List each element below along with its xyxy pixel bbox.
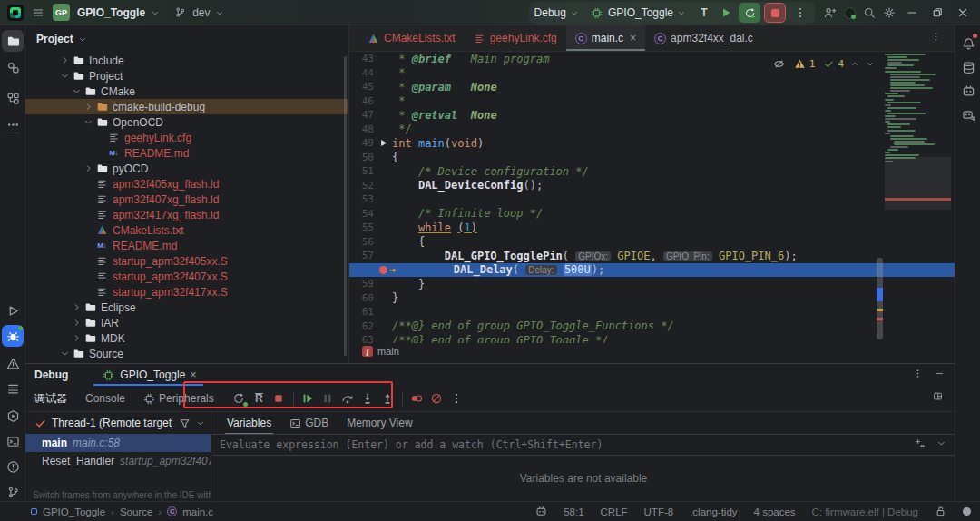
editor-tab-apm32f4xx-dal-c[interactable]: Capm32f4xx_dal.c xyxy=(645,25,762,51)
code-line-52[interactable]: 52 DAL_DeviceConfig(); xyxy=(349,179,955,193)
debug-tab-调试器[interactable]: 调试器 xyxy=(25,391,76,407)
chevron-right-icon[interactable] xyxy=(72,302,83,313)
chevron-down-icon[interactable] xyxy=(72,86,83,97)
line-number[interactable]: 51 xyxy=(349,165,374,177)
gutter[interactable] xyxy=(374,123,392,137)
code-area[interactable]: 43 * @brief Main program44 *45 * @param … xyxy=(349,52,955,343)
line-number[interactable]: 52 xyxy=(349,180,374,192)
hide-panel-icon[interactable] xyxy=(935,369,947,381)
code-line-56[interactable]: 56 { xyxy=(349,235,955,250)
status-breadcrumb[interactable]: GPIO_Toggle›Source›Cmain.c xyxy=(0,506,213,517)
search-everywhere-icon[interactable] xyxy=(860,4,878,22)
debug-tab-peripherals[interactable]: Peripherals xyxy=(134,392,223,405)
tree-item-project[interactable]: Project xyxy=(25,68,348,84)
tree-item-readme-md[interactable]: M↓README.md xyxy=(25,238,348,253)
gutter[interactable] xyxy=(374,235,392,250)
line-number[interactable]: 49 xyxy=(349,137,374,149)
line-number[interactable]: 63 xyxy=(349,334,374,343)
run-gutter-icon[interactable] xyxy=(374,136,392,151)
code-line-55[interactable]: 55 while (1) xyxy=(349,221,955,235)
terminal-icon[interactable] xyxy=(2,430,24,452)
tree-item-pyocd[interactable]: pyOCD xyxy=(25,161,348,176)
project-name[interactable]: GPIO_Toggle xyxy=(77,6,145,19)
stack-frame-reset_handler[interactable]: Reset_Handlerstartup_apm32f407xx.S:94 xyxy=(25,452,211,470)
pause-button[interactable] xyxy=(319,390,337,408)
close-button[interactable] xyxy=(951,2,975,24)
version-control-icon[interactable] xyxy=(2,481,24,503)
gutter[interactable] xyxy=(374,66,392,81)
tree-item-apm32f405xg-flash-ld[interactable]: apm32f405xg_flash.ld xyxy=(25,176,348,192)
more-button[interactable] xyxy=(448,390,466,408)
chevron-right-icon[interactable] xyxy=(72,318,83,329)
line-number[interactable]: 57 xyxy=(349,250,374,261)
variables-tab-memory-view[interactable]: Memory View xyxy=(338,412,421,434)
status-item[interactable]: 58:1 xyxy=(564,506,583,517)
gutter[interactable] xyxy=(374,291,392,306)
debug-options-icon[interactable] xyxy=(913,369,926,381)
line-number[interactable]: 54 xyxy=(349,208,374,220)
inspections-icon[interactable] xyxy=(2,456,24,477)
stack-frame-main[interactable]: mainmain.c:58 xyxy=(25,434,211,452)
translate-icon[interactable]: T xyxy=(695,4,713,22)
main-menu-icon[interactable] xyxy=(29,4,47,22)
project-panel-title[interactable]: Project xyxy=(36,33,74,45)
line-number[interactable]: 50 xyxy=(349,152,374,163)
highlighting-level-icon[interactable] xyxy=(772,56,787,71)
code-with-me-icon[interactable] xyxy=(820,4,838,22)
code-line-50[interactable]: 50{ xyxy=(349,151,955,165)
breakpoint-icon[interactable]: → xyxy=(374,263,401,278)
chevron-down-icon[interactable] xyxy=(196,418,205,428)
recording-indicator-icon[interactable] xyxy=(840,4,858,22)
breadcrumb-item[interactable]: Source xyxy=(120,506,152,517)
gutter[interactable] xyxy=(374,164,392,179)
gutter[interactable] xyxy=(374,80,392,94)
code-line-47[interactable]: 47 * @retval None xyxy=(349,108,955,123)
line-number[interactable]: 56 xyxy=(349,236,374,248)
tree-item-apm32f417xg-flash-ld[interactable]: apm32f417xg_flash.ld xyxy=(25,207,348,222)
inspection-widget[interactable]: 1 4 xyxy=(772,56,875,71)
chevron-down-icon[interactable] xyxy=(60,71,71,82)
database-icon[interactable] xyxy=(957,56,979,78)
tree-item-source[interactable]: Source xyxy=(25,346,348,361)
ai-assistant-icon[interactable] xyxy=(957,80,979,102)
debug-tab-console[interactable]: Console xyxy=(76,392,134,405)
line-number[interactable]: 47 xyxy=(349,109,374,121)
code-line-45[interactable]: 45 * @param None xyxy=(349,80,955,94)
tree-item-openocd[interactable]: OpenOCD xyxy=(25,114,348,130)
step-over-button[interactable] xyxy=(339,390,357,408)
tree-item-startup-apm32f407xx-s[interactable]: startup_apm32f407xx.S xyxy=(25,269,348,284)
services-icon[interactable] xyxy=(2,405,24,427)
line-number[interactable]: 44 xyxy=(349,67,374,79)
gutter[interactable] xyxy=(374,94,392,109)
run-mode-select[interactable]: Debug xyxy=(534,6,566,19)
gutter[interactable] xyxy=(374,333,392,343)
line-number[interactable]: 55 xyxy=(349,221,374,233)
editor-tab-main-c[interactable]: Cmain.c× xyxy=(566,25,645,51)
gutter[interactable] xyxy=(374,179,392,193)
project-scrollbar[interactable] xyxy=(344,56,347,356)
gutter[interactable] xyxy=(374,277,392,291)
editor-tab-geehylink-cfg[interactable]: geehyLink.cfg xyxy=(465,25,566,51)
notifications-icon[interactable] xyxy=(957,33,979,54)
debug-session-tab[interactable]: GPIO_Toggle × xyxy=(93,364,203,386)
close-session-icon[interactable]: × xyxy=(190,369,196,381)
stop-button[interactable] xyxy=(764,3,786,23)
code-line-61[interactable]: 61 xyxy=(349,305,955,319)
tree-item-cmake[interactable]: CMake xyxy=(25,84,348,99)
code-line-49[interactable]: 49int main(void) xyxy=(349,136,955,151)
gutter[interactable] xyxy=(374,52,392,66)
view-breakpoints-button[interactable] xyxy=(408,390,426,408)
chevron-down-icon[interactable] xyxy=(936,438,947,449)
chevron-right-icon[interactable] xyxy=(83,163,94,174)
line-number[interactable]: 43 xyxy=(349,53,374,64)
branch-name[interactable]: dev xyxy=(192,6,210,19)
code-line-62[interactable]: 62/**@} end of group GPIO_Toggle_Functio… xyxy=(349,319,955,334)
code-minimap[interactable] xyxy=(885,54,951,342)
status-item[interactable]: .clang-tidy xyxy=(690,506,737,517)
lock-icon[interactable] xyxy=(935,506,946,517)
code-line-58[interactable]: → DAL_Delay( Delay: 500U); xyxy=(349,263,955,278)
add-watch-icon[interactable] xyxy=(915,438,927,451)
rerun-debug-button[interactable] xyxy=(739,3,760,23)
problems-icon[interactable] xyxy=(2,352,24,374)
restore-button[interactable] xyxy=(926,2,949,24)
